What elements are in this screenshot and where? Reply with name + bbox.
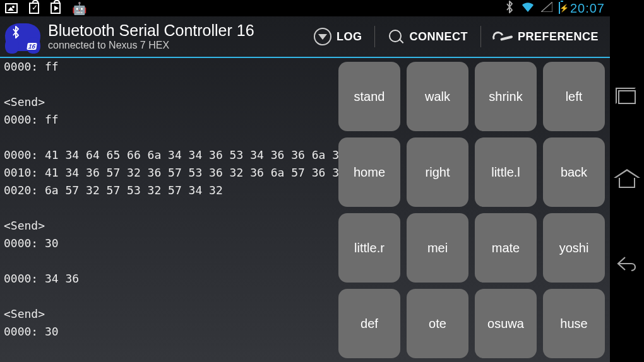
pad-button-home[interactable]: home [338,137,400,207]
pad-button-ote[interactable]: ote [407,289,468,358]
pad-button-osuwa[interactable]: osuwa [475,289,537,358]
clock: 20:07 [570,1,605,16]
log-label: LOG [337,30,362,44]
back-button[interactable] [616,255,638,272]
pad-button-back[interactable]: back [543,137,605,207]
cell-signal-icon [541,2,552,15]
search-icon [388,28,404,45]
button-pad: standwalkshrinklefthomerightlittle.lback… [338,58,610,362]
android-debug-icon: 🤖 [72,3,87,15]
pad-button-little-r[interactable]: little.r [338,213,400,283]
wifi-icon [521,1,535,15]
battery-charging-icon: ⚡ [559,3,560,14]
system-nav-bar [610,0,644,362]
bluetooth-status-icon [504,1,515,16]
play-store-icon [51,3,61,14]
connect-label: CONNECT [409,30,468,44]
store-updates-icon [29,3,39,14]
dropdown-icon [314,28,331,45]
pad-button-mei[interactable]: mei [407,213,468,283]
pad-button-shrink[interactable]: shrink [475,62,537,131]
connect-action[interactable]: CONNECT [384,28,472,45]
pad-button-stand[interactable]: stand [338,62,400,131]
log-action[interactable]: LOG [310,28,366,45]
app-subtitle: connected to Nexus 7 HEX [48,40,254,51]
pad-button-walk[interactable]: walk [407,62,468,131]
pad-button-yoshi[interactable]: yoshi [543,213,605,283]
status-bar[interactable]: 🤖 ⚡ 20:07 [0,0,610,16]
pad-button-mate[interactable]: mate [475,213,537,283]
wrench-icon [494,31,513,42]
pad-button-def[interactable]: def [338,289,400,358]
app-icon[interactable]: 16 [5,22,40,51]
home-button[interactable] [614,170,640,189]
pad-button-huse[interactable]: huse [543,289,605,358]
pad-button-little-l[interactable]: little.l [475,137,537,207]
divider [480,26,481,47]
pad-button-left[interactable]: left [543,62,605,131]
recent-apps-button[interactable] [618,90,636,104]
action-bar: 16 Bluetooth Serial Controller 16 connec… [0,16,610,58]
preference-action[interactable]: PREFERENCE [490,30,602,44]
pad-button-right[interactable]: right [407,137,468,207]
preference-label: PREFERENCE [518,30,599,44]
gallery-notification-icon [5,3,18,13]
app-title: Bluetooth Serial Controller 16 [48,21,254,40]
log-output[interactable]: 0000: ff <Send> 0000: ff 0000: 41 34 64 … [0,58,338,362]
divider [374,26,375,47]
